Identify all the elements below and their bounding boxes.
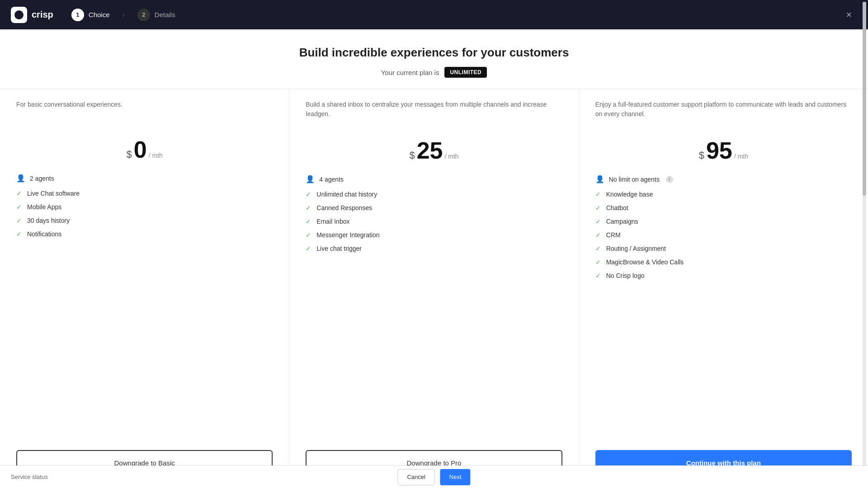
pro-feature-3: ✓ Email Inbox [306, 218, 562, 225]
modal-hero: Build incredible experiences for your cu… [0, 29, 868, 89]
unlimited-feature-3: ✓ Campaigns [595, 218, 852, 225]
agent-icon-pro: 👤 [306, 175, 315, 183]
pricing-card-basic: For basic conversational experiences. $ … [0, 89, 289, 488]
pro-feature-2-text: Canned Responses [316, 204, 372, 211]
modal-body: Build incredible experiences for your cu… [0, 29, 868, 488]
pricing-section: For basic conversational experiences. $ … [0, 89, 868, 488]
basic-feature-3-text: 30 days history [27, 217, 70, 224]
step-2-number: 2 [137, 9, 150, 21]
check-icon: ✓ [595, 231, 601, 239]
pro-description: Build a shared inbox to centralize your … [306, 89, 562, 126]
check-icon: ✓ [595, 218, 601, 225]
unlimited-features: ✓ Knowledge base ✓ Chatbot ✓ Campaigns [595, 191, 852, 437]
unlimited-amount: 95 [706, 139, 732, 162]
unlimited-feature-2: ✓ Chatbot [595, 204, 852, 211]
basic-feature-1: ✓ Live Chat software [16, 190, 273, 197]
unlimited-feature-7: ✓ No Crisp logo [595, 272, 852, 279]
check-icon: ✓ [306, 231, 311, 239]
unlimited-feature-4: ✓ CRM [595, 231, 852, 239]
modal: crisp 1 Choice › 2 Details × Build incre… [0, 0, 868, 488]
basic-feature-4-text: Notifications [27, 230, 61, 238]
pro-feature-2: ✓ Canned Responses [306, 204, 562, 211]
pro-feature-4-text: Messenger Integration [316, 231, 379, 239]
current-plan-label: Your current plan is [381, 69, 439, 76]
pricing-card-unlimited: Enjoy a full-featured customer support p… [579, 89, 868, 488]
pro-agents: 👤 4 agents [306, 175, 562, 183]
basic-price: $ 0 / mth [16, 125, 273, 174]
basic-currency: $ [127, 149, 132, 160]
cancel-button[interactable]: Cancel [397, 469, 434, 485]
unlimited-feature-3-text: Campaigns [606, 218, 638, 225]
pro-feature-4: ✓ Messenger Integration [306, 231, 562, 239]
crisp-logo-inner [14, 10, 24, 19]
step-2-label: Details [155, 11, 175, 19]
check-icon: ✓ [16, 217, 22, 224]
agent-icon-basic: 👤 [16, 174, 25, 183]
unlimited-feature-7-text: No Crisp logo [606, 272, 645, 279]
step-1-label: Choice [89, 11, 110, 19]
pro-features: ✓ Unlimited chat history ✓ Canned Respon… [306, 191, 562, 437]
pro-currency: $ [409, 150, 415, 161]
unlimited-agents: 👤 No limit on agents i [595, 175, 852, 183]
basic-feature-4: ✓ Notifications [16, 230, 273, 238]
modal-overlay: crisp 1 Choice › 2 Details × Build incre… [0, 0, 868, 488]
modal-scrollbar[interactable] [863, 89, 866, 488]
current-plan-line: Your current plan is UNLIMITED [11, 67, 857, 78]
modal-hero-title: Build incredible experiences for your cu… [11, 46, 857, 60]
next-button[interactable]: Next [440, 469, 471, 485]
check-icon: ✓ [595, 191, 601, 198]
pro-feature-3-text: Email Inbox [316, 218, 349, 225]
pro-feature-1-text: Unlimited chat history [316, 191, 377, 198]
pro-amount: 25 [417, 139, 443, 162]
step-1-number: 1 [71, 9, 84, 21]
unlimited-feature-5: ✓ Routing / Assignment [595, 245, 852, 252]
basic-amount: 0 [134, 138, 147, 161]
scrollbar-thumb [863, 89, 866, 196]
basic-description: For basic conversational experiences. [16, 89, 273, 125]
pro-price: $ 25 / mth [306, 126, 562, 175]
pricing-cards: For basic conversational experiences. $ … [0, 89, 868, 488]
pro-period: / mth [444, 153, 458, 160]
basic-feature-2-text: Mobile Apps [27, 203, 61, 211]
check-icon: ✓ [16, 230, 22, 238]
unlimited-currency: $ [699, 150, 704, 161]
check-icon: ✓ [595, 258, 601, 266]
unlimited-feature-1: ✓ Knowledge base [595, 191, 852, 198]
unlimited-feature-6: ✓ MagicBrowse & Video Calls [595, 258, 852, 266]
basic-feature-3: ✓ 30 days history [16, 217, 273, 224]
scrollbar-track [863, 89, 866, 486]
unlimited-period: / mth [734, 153, 748, 160]
modal-header: crisp 1 Choice › 2 Details × [0, 0, 868, 29]
check-icon: ✓ [595, 272, 601, 279]
basic-agents: 👤 2 agents [16, 174, 273, 183]
step-1[interactable]: 1 Choice [71, 9, 110, 21]
check-icon: ✓ [306, 218, 311, 225]
agent-icon-unlimited: 👤 [595, 175, 604, 183]
unlimited-feature-5-text: Routing / Assignment [606, 245, 666, 252]
pro-feature-5: ✓ Live chat trigger [306, 245, 562, 252]
check-icon: ✓ [595, 204, 601, 211]
check-icon: ✓ [306, 191, 311, 198]
unlimited-feature-4-text: CRM [606, 231, 621, 239]
basic-agents-text: 2 agents [30, 175, 54, 182]
service-status-label: Service status [11, 474, 48, 480]
check-icon: ✓ [306, 245, 311, 252]
basic-features: ✓ Live Chat software ✓ Mobile Apps ✓ 30 … [16, 190, 273, 437]
basic-feature-2: ✓ Mobile Apps [16, 203, 273, 211]
unlimited-price: $ 95 / mth [595, 126, 852, 175]
pro-agents-text: 4 agents [319, 176, 344, 183]
step-2[interactable]: 2 Details [137, 9, 175, 21]
check-icon: ✓ [16, 203, 22, 211]
check-icon: ✓ [16, 190, 22, 197]
crisp-logo: crisp [11, 7, 53, 23]
info-icon[interactable]: i [666, 176, 673, 183]
crisp-logo-icon [11, 7, 27, 23]
check-icon: ✓ [306, 204, 311, 211]
modal-close-button[interactable]: × [841, 7, 857, 23]
pro-feature-1: ✓ Unlimited chat history [306, 191, 562, 198]
unlimited-description: Enjoy a full-featured customer support p… [595, 89, 852, 126]
current-plan-badge: UNLIMITED [444, 67, 487, 78]
crisp-logo-text: crisp [32, 9, 53, 20]
unlimited-agents-text: No limit on agents [609, 176, 660, 183]
step-separator: › [123, 11, 125, 19]
